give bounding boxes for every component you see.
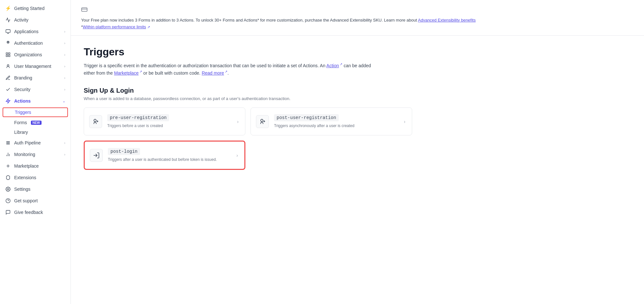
- trigger-card-pre-user-registration[interactable]: pre-user-registration Triggers before a …: [84, 107, 245, 135]
- feedback-icon: [5, 209, 11, 215]
- sidebar-subitem-label: Library: [14, 130, 28, 135]
- chevron-right-icon: ›: [64, 141, 65, 145]
- main-content: Your Free plan now includes 3 Forms in a…: [71, 0, 644, 304]
- trigger-name: post-user-registration: [274, 114, 339, 121]
- sidebar-item-branding[interactable]: Branding ›: [0, 72, 71, 84]
- action-link[interactable]: Action: [327, 63, 339, 68]
- sidebar-item-label: Applications: [14, 29, 39, 34]
- svg-point-24: [261, 119, 263, 122]
- lightning-icon: ⚡: [5, 5, 11, 11]
- sidebar-subitem-triggers[interactable]: Triggers: [3, 107, 68, 117]
- monitoring-icon: [5, 152, 11, 157]
- sidebar-item-label: Getting Started: [14, 6, 44, 11]
- sidebar-item-getting-started[interactable]: ⚡ Getting Started: [0, 3, 71, 14]
- sidebar-item-label: Auth Pipeline: [14, 140, 41, 145]
- sidebar-item-label: Marketplace: [14, 163, 39, 169]
- sidebar-item-label: Get support: [14, 198, 38, 203]
- sidebar-subitem-label: Forms: [14, 120, 27, 125]
- trigger-desc: Triggers after a user is authenticated b…: [108, 157, 231, 162]
- chevron-right-icon: ›: [64, 76, 65, 80]
- auth-pipeline-icon: [5, 140, 11, 146]
- sidebar-item-authentication[interactable]: Authentication ›: [0, 37, 71, 49]
- svg-rect-5: [6, 53, 8, 54]
- sidebar-item-label: Settings: [14, 187, 31, 192]
- settings-icon: [5, 186, 11, 192]
- read-more-link[interactable]: Read more: [202, 70, 224, 76]
- banner-text2: *Within platform performance limits ↗: [81, 24, 634, 31]
- sidebar-item-monitoring[interactable]: Monitoring ›: [0, 149, 71, 160]
- sidebar-item-actions[interactable]: Actions ⌄: [0, 95, 71, 107]
- svg-rect-7: [6, 55, 8, 57]
- sidebar-subitem-label: Triggers: [15, 110, 31, 115]
- sidebar-item-auth-pipeline[interactable]: Auth Pipeline ›: [0, 137, 71, 149]
- user-management-icon: [5, 63, 11, 69]
- svg-rect-8: [8, 55, 10, 57]
- sidebar-item-extensions[interactable]: Extensions: [0, 172, 71, 183]
- sidebar-item-label: Authentication: [14, 41, 43, 46]
- sidebar-subitem-library[interactable]: Library: [0, 127, 71, 137]
- sidebar-subitem-forms[interactable]: Forms NEW: [0, 118, 71, 127]
- sidebar-item-security[interactable]: Security ›: [0, 84, 71, 95]
- svg-point-16: [7, 189, 9, 190]
- page-description: Trigger is a specific event in the authe…: [84, 62, 374, 77]
- pre-registration-icon: [89, 115, 102, 128]
- svg-point-21: [94, 119, 96, 122]
- banner-icon: [81, 5, 634, 14]
- svg-point-3: [7, 41, 9, 43]
- sidebar-item-get-support[interactable]: Get support: [0, 195, 71, 207]
- marketplace-icon: [5, 163, 11, 169]
- activity-icon: [5, 17, 11, 23]
- sidebar-item-marketplace[interactable]: Marketplace: [0, 160, 71, 172]
- sidebar-item-label: Extensions: [14, 175, 36, 180]
- info-banner: Your Free plan now includes 3 Forms in a…: [71, 0, 644, 36]
- ext-icon3: ↗: [224, 70, 228, 73]
- sidebar-item-label: Organizations: [14, 52, 42, 57]
- sidebar-item-applications[interactable]: Applications ›: [0, 26, 71, 37]
- chevron-right-icon: ›: [64, 64, 65, 68]
- applications-icon: [5, 29, 11, 34]
- svg-marker-15: [6, 175, 10, 180]
- ext-icon2: ↗: [138, 70, 142, 73]
- sidebar-item-label: Actions: [14, 98, 31, 104]
- trigger-card-post-login[interactable]: post-login Triggers after a user is auth…: [84, 141, 245, 170]
- sidebar-item-label: User Management: [14, 64, 51, 69]
- sidebar-item-give-feedback[interactable]: Give feedback: [0, 207, 71, 218]
- sidebar-item-user-management[interactable]: User Management ›: [0, 60, 71, 72]
- actions-icon: [5, 98, 11, 104]
- new-badge: NEW: [31, 121, 42, 125]
- chevron-right-icon: ›: [64, 88, 65, 91]
- sidebar-item-activity[interactable]: Activity: [0, 14, 71, 26]
- extensibility-link[interactable]: Advanced Extensibility benefits: [418, 18, 476, 23]
- chevron-right-icon: ›: [64, 53, 65, 57]
- trigger-desc: Triggers asynchronously after a user is …: [274, 123, 399, 129]
- section-description: When a user is added to a database, pass…: [84, 96, 412, 101]
- post-login-icon: [90, 149, 103, 162]
- svg-rect-0: [6, 30, 10, 32]
- sidebar-item-label: Security: [14, 87, 31, 92]
- auth-icon: [5, 40, 11, 46]
- performance-limits-link[interactable]: Within platform performance limits: [83, 24, 146, 29]
- sidebar-item-organizations[interactable]: Organizations ›: [0, 49, 71, 60]
- post-registration-icon: [256, 115, 269, 128]
- ext-icon: ↗: [339, 62, 343, 66]
- page-content: Triggers Trigger is a specific event in …: [71, 36, 425, 185]
- chevron-down-icon: ⌄: [62, 99, 65, 103]
- svg-rect-6: [8, 53, 10, 54]
- svg-point-9: [7, 65, 9, 66]
- chevron-right-icon: ›: [64, 30, 65, 33]
- page-title: Triggers: [84, 46, 412, 58]
- trigger-card-post-user-registration[interactable]: post-user-registration Triggers asynchro…: [251, 107, 412, 135]
- chevron-right-icon: ›: [64, 152, 65, 156]
- svg-rect-19: [81, 8, 87, 11]
- trigger-name: pre-user-registration: [107, 114, 169, 121]
- svg-point-4: [8, 42, 9, 43]
- organizations-icon: [5, 52, 11, 58]
- trigger-cards-row1: pre-user-registration Triggers before a …: [84, 107, 412, 135]
- chevron-right-icon: ›: [64, 41, 65, 45]
- sidebar-main-items: ⚡ Getting Started Activity Applications …: [0, 3, 71, 218]
- branding-icon: [5, 75, 11, 81]
- sidebar-item-label: Give feedback: [14, 210, 43, 215]
- marketplace-link[interactable]: Marketplace: [114, 70, 138, 76]
- support-icon: [5, 198, 11, 204]
- sidebar-item-settings[interactable]: Settings: [0, 183, 71, 195]
